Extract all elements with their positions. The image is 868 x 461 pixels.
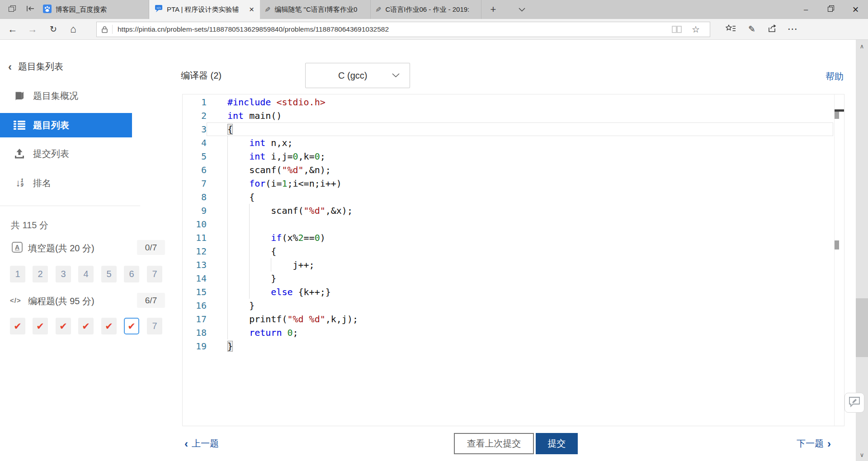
line-number: 11 [183, 231, 207, 245]
tab-edit-post[interactable]: ✎ 编辑随笔 "C语言I博客作业0 [260, 0, 371, 19]
fill-problem-7[interactable]: 7 [147, 266, 162, 282]
check-icon: ✔ [59, 321, 67, 332]
line-number: 4 [183, 136, 207, 150]
favorite-star-button[interactable]: ☆ [689, 22, 703, 37]
editor-scrollbar-thumb[interactable] [835, 240, 839, 249]
back-to-problem-sets[interactable]: ‹ 题目集列表 [8, 61, 63, 73]
next-problem-link[interactable]: 下一题 › [797, 437, 831, 450]
fill-problem-1[interactable]: 1 [10, 266, 25, 282]
code-line[interactable]: 15 else {k++;} [183, 285, 833, 299]
forward-button[interactable]: → [24, 19, 41, 39]
fill-blank-progress-badge: 0/7 [137, 240, 165, 255]
fill-problem-3[interactable]: 3 [56, 266, 71, 282]
code-line[interactable]: 4 int n,x; [183, 136, 833, 150]
code-line[interactable]: 6 scanf("%d",&n); [183, 163, 833, 177]
code-line[interactable]: 7 for(i=1;i<=n;i++) [183, 177, 833, 190]
view-last-submission-button[interactable]: 查看上次提交 [454, 433, 534, 454]
code-line[interactable]: 8 { [183, 190, 833, 204]
prog-problem-2[interactable]: ✔ [33, 318, 48, 334]
line-number: 3 [183, 122, 207, 136]
upload-icon [14, 149, 25, 159]
scroll-down-icon[interactable]: ∨ [856, 449, 868, 460]
editor-scrollbar-track [834, 94, 835, 426]
check-icon: ✔ [105, 321, 113, 332]
prog-problem-6-current[interactable]: ✔ [124, 318, 139, 334]
prog-problem-4[interactable]: ✔ [78, 318, 94, 334]
code-line[interactable]: 3{ [183, 122, 833, 136]
close-button[interactable]: × [843, 0, 868, 19]
url-text[interactable]: https://pintia.cn/problem-sets/118878051… [118, 25, 389, 33]
code-editor[interactable]: 1#include <stdio.h>2int main()3{4 int n,… [182, 94, 844, 426]
compiler-value: C (gcc) [338, 71, 392, 81]
code-line[interactable]: 11 if(x%2==0) [183, 231, 833, 245]
page-scrollbar-thumb[interactable] [856, 298, 868, 357]
set-tabs-aside-button[interactable] [22, 0, 39, 19]
code-lines[interactable]: 1#include <stdio.h>2int main()3{4 int n,… [183, 95, 833, 353]
back-label: 题目集列表 [18, 61, 63, 73]
more-button[interactable]: ⋯ [784, 19, 801, 39]
sidebar-item-overview[interactable]: 题目集概况 [0, 84, 132, 108]
line-number: 7 [183, 177, 207, 190]
refresh-button[interactable]: ↻ [45, 19, 61, 39]
fill-problem-2[interactable]: 2 [33, 266, 48, 282]
svg-text:</>: </> [156, 6, 161, 9]
tab-close-icon[interactable]: × [248, 5, 255, 14]
check-icon: ✔ [82, 321, 90, 332]
tab-homework[interactable]: ✎ C语言I作业06 - 作业 - 2019: [371, 0, 481, 19]
line-number: 14 [183, 272, 207, 285]
sidebar-item-ranking[interactable]: ↓19 排名 [0, 171, 132, 195]
pta-icon: </> [154, 5, 163, 14]
prog-problem-1[interactable]: ✔ [10, 318, 25, 334]
feedback-bubble-icon [849, 396, 860, 409]
back-button[interactable]: ← [5, 19, 21, 39]
new-tab-button[interactable]: + [485, 0, 502, 19]
reading-view-icon[interactable] [670, 22, 684, 37]
fill-problem-4[interactable]: 4 [78, 266, 94, 282]
feedback-button[interactable] [844, 393, 864, 413]
code-line[interactable]: 19} [183, 339, 833, 353]
tab-blog-search[interactable]: 博客园_百度搜索 [38, 0, 149, 19]
line-number: 18 [183, 326, 207, 339]
code-line[interactable]: 5 int i,j=0,k=0; [183, 150, 833, 163]
tab-pta-active[interactable]: </> PTA | 程序设计类实验辅 × [149, 0, 260, 19]
share-button[interactable] [764, 19, 780, 39]
tab-preview-button[interactable] [4, 0, 21, 19]
tab-menu-button[interactable] [513, 0, 530, 19]
code-line[interactable]: 2int main() [183, 109, 833, 122]
code-line[interactable]: 1#include <stdio.h> [183, 95, 833, 109]
sidebar-item-submissions[interactable]: 提交列表 [0, 141, 132, 166]
sidebar-item-problem-list[interactable]: 题目列表 [0, 113, 132, 137]
fill-problem-5[interactable]: 5 [101, 266, 117, 282]
fill-problem-6[interactable]: 6 [124, 266, 139, 282]
code-line[interactable]: 12 { [183, 245, 833, 258]
prog-problem-7[interactable]: 7 [147, 318, 162, 334]
code-line[interactable]: 10 [183, 217, 833, 231]
line-number: 16 [183, 299, 207, 312]
code-line[interactable]: 16 } [183, 299, 833, 312]
submit-button[interactable]: 提交 [536, 433, 578, 454]
web-notes-button[interactable]: ✎ [744, 19, 760, 39]
share-icon [768, 24, 777, 35]
code-line[interactable]: 13 j++; [183, 258, 833, 272]
pen-icon: ✎ [375, 5, 381, 14]
prev-problem-link[interactable]: ‹ 上一题 [184, 437, 219, 450]
line-number: 10 [183, 217, 207, 231]
code-line[interactable]: 9 scanf("%d",&x); [183, 204, 833, 217]
prog-problem-3[interactable]: ✔ [56, 318, 71, 334]
code-line[interactable]: 14 } [183, 272, 833, 285]
editor-scrollbar-thumb[interactable] [835, 112, 839, 119]
scroll-up-icon[interactable]: ∧ [856, 41, 868, 52]
sidebar-item-label: 题目集概况 [33, 90, 78, 102]
compiler-select[interactable]: C (gcc) [305, 63, 410, 88]
minimize-button[interactable]: ─ [793, 0, 818, 19]
home-button[interactable]: ⌂ [65, 19, 81, 39]
browser-window: 博客园_百度搜索 </> PTA | 程序设计类实验辅 × ✎ 编辑随笔 "C语… [0, 0, 868, 461]
prog-problem-5[interactable]: ✔ [101, 318, 117, 334]
lock-icon [102, 26, 108, 33]
url-box[interactable]: https://pintia.cn/problem-sets/118878051… [96, 22, 710, 37]
help-link[interactable]: 帮助 [807, 71, 844, 83]
code-line[interactable]: 17 printf("%d %d",k,j); [183, 312, 833, 326]
code-line[interactable]: 18 return 0; [183, 326, 833, 339]
favorites-hub-button[interactable] [722, 19, 740, 39]
maximize-button[interactable] [818, 0, 843, 19]
